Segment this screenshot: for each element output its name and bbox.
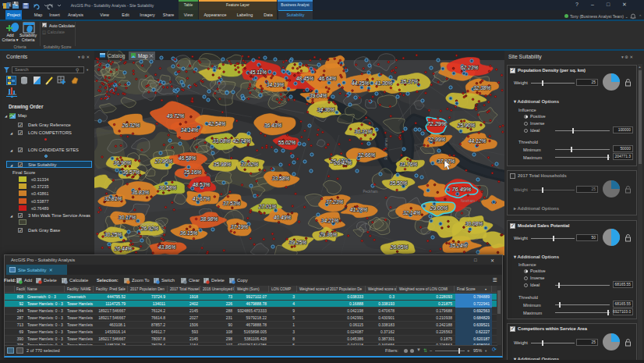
svg-text:Newham: Newham [461,198,475,202]
svg-text:62.23%: 62.23% [461,65,479,70]
svg-text:42.74%: 42.74% [233,138,251,144]
svg-text:29.00%: 29.00% [430,205,448,211]
svg-text:29.36%: 29.36% [319,232,338,237]
svg-text:32.81%: 32.81% [104,196,122,201]
svg-text:48.53%: 48.53% [193,182,211,187]
svg-text:41.67%: 41.67% [193,196,211,201]
svg-text:41.28%: 41.28% [350,207,368,212]
svg-text:25.90%: 25.90% [457,123,476,128]
svg-text:36.15%: 36.15% [180,230,198,236]
svg-text:34.21%: 34.21% [321,218,339,223]
svg-text:32.66%: 32.66% [358,152,376,158]
svg-text:37.53%: 37.53% [223,201,241,206]
svg-text:26.05%: 26.05% [390,244,409,250]
svg-text:37.19%: 37.19% [231,224,249,230]
svg-text:44.35%: 44.35% [352,80,370,86]
svg-text:35.98%: 35.98% [214,162,232,167]
svg-text:32.14%: 32.14% [403,210,421,215]
svg-text:36.43%: 36.43% [264,123,282,128]
svg-text:46.64%: 46.64% [319,76,337,81]
svg-text:48.45%: 48.45% [296,76,314,81]
svg-text:40.49%: 40.49% [274,215,292,220]
svg-text:27.01%: 27.01% [258,204,277,209]
svg-text:30.31%: 30.31% [355,129,373,134]
svg-text:32.99%: 32.99% [428,137,446,142]
svg-text:35.16%: 35.16% [184,169,202,175]
svg-text:42.54%: 42.54% [208,121,226,126]
svg-text:37.02%: 37.02% [241,162,259,167]
svg-text:36.90%: 36.90% [114,160,132,165]
svg-text:41.30%: 41.30% [375,80,393,86]
svg-text:30.25%: 30.25% [104,232,122,237]
svg-text:44.12%: 44.12% [469,138,487,144]
svg-text:39.04%: 39.04% [310,93,327,98]
svg-text:33.08%: 33.08% [213,138,231,144]
svg-text:49.72%: 49.72% [167,113,185,119]
svg-text:45.11%: 45.11% [249,69,267,75]
svg-text:34.19%: 34.19% [267,82,285,87]
svg-text:30.17%: 30.17% [119,215,136,220]
svg-text:35.50%: 35.50% [390,180,408,186]
svg-text:36.57%: 36.57% [122,169,140,175]
svg-text:43.86%: 43.86% [158,244,176,250]
svg-text:Map: Map [138,53,148,59]
svg-text:32.38%: 32.38% [473,85,491,91]
svg-text:38.98%: 38.98% [200,216,218,222]
svg-text:31.76%: 31.76% [400,162,418,167]
svg-text:46.58%: 46.58% [179,155,196,161]
svg-text:34.30%: 34.30% [317,107,335,112]
svg-text:55.02%: 55.02% [278,140,296,145]
svg-text:35.24%: 35.24% [450,243,468,248]
svg-text:26.32%: 26.32% [122,123,140,128]
svg-text:27.96%: 27.96% [154,158,173,164]
svg-text:30.58%: 30.58% [159,185,177,190]
svg-text:Peckham: Peckham [363,189,377,193]
svg-text:76.49%: 76.49% [451,186,471,193]
svg-text:26.44%: 26.44% [114,246,133,251]
svg-text:30.08%: 30.08% [465,221,483,226]
svg-text:39.25%: 39.25% [289,240,307,245]
svg-text:26.92%: 26.92% [140,226,159,231]
svg-text:26.42%: 26.42% [334,160,352,165]
svg-text:33.58%: 33.58% [272,176,290,181]
svg-text:37.23%: 37.23% [326,199,344,205]
svg-text:34.14%: 34.14% [181,127,199,133]
svg-text:72.29%: 72.29% [426,120,446,127]
svg-text:35.37%: 35.37% [401,79,419,84]
svg-text:36.83%: 36.83% [132,190,150,195]
